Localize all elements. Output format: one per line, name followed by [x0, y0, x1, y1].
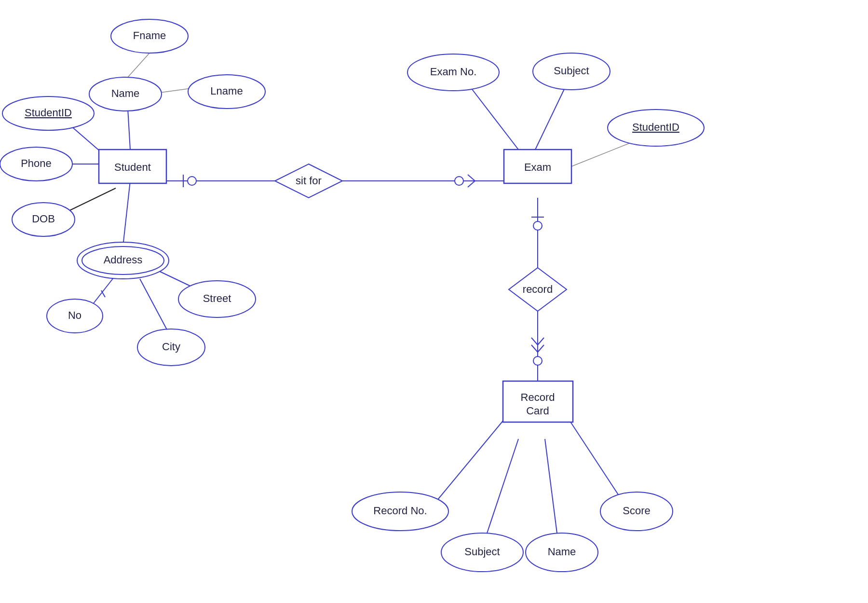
attr-dob-label: DOB — [32, 213, 55, 225]
er-diagram: Student Exam Record Card sit for record … — [0, 0, 868, 603]
attr-subject-exam-label: Subject — [554, 65, 589, 77]
attr-record-no-label: Record No. — [373, 505, 427, 517]
line-name-student — [128, 109, 130, 150]
rel-sit-for-label: sit for — [296, 175, 322, 187]
line-fname-name — [128, 53, 149, 77]
attr-city-label: City — [162, 341, 180, 353]
line-name-rc — [545, 439, 557, 533]
attr-score-label: Score — [623, 505, 650, 517]
zero-mark-exam — [455, 177, 463, 185]
attr-address-label: Address — [104, 254, 143, 266]
attr-street-label: Street — [203, 292, 231, 304]
zero-mark-student — [188, 177, 196, 185]
attr-name-rc-label: Name — [548, 546, 576, 558]
many-left-down2 — [531, 345, 538, 352]
entity-record-card-label-line1: Record — [521, 391, 555, 403]
attr-exam-no-label: Exam No. — [430, 66, 477, 78]
many-left-down — [531, 338, 538, 345]
line-score-rc — [569, 420, 624, 504]
many-lower — [468, 181, 475, 187]
attr-no-label: No — [68, 309, 81, 321]
many-upper — [468, 175, 475, 181]
attr-studentid-label: StudentID — [25, 107, 72, 119]
rel-record-label: record — [523, 283, 553, 295]
line-subject-rc — [487, 439, 518, 533]
entity-record-card-label-line2: Card — [526, 405, 549, 417]
zero-mark-record-rc — [533, 356, 542, 365]
line-examno-exam — [470, 87, 518, 150]
line-subject-exam — [535, 89, 564, 150]
line-address-student — [123, 181, 130, 246]
entity-student-label: Student — [114, 161, 151, 173]
many-right-down2 — [538, 345, 544, 352]
attr-studentid2-label: StudentID — [632, 121, 679, 133]
zero-mark-exam-record — [533, 221, 542, 230]
entity-exam-label: Exam — [524, 161, 551, 173]
line-recordno-rc — [434, 420, 504, 504]
attr-fname-label: Fname — [133, 29, 166, 41]
attr-lname-label: Lname — [210, 85, 243, 97]
attr-subject-rc-label: Subject — [464, 546, 500, 558]
attr-phone-label: Phone — [21, 157, 52, 169]
many-right-down — [538, 338, 544, 345]
attr-name-label: Name — [111, 87, 140, 99]
